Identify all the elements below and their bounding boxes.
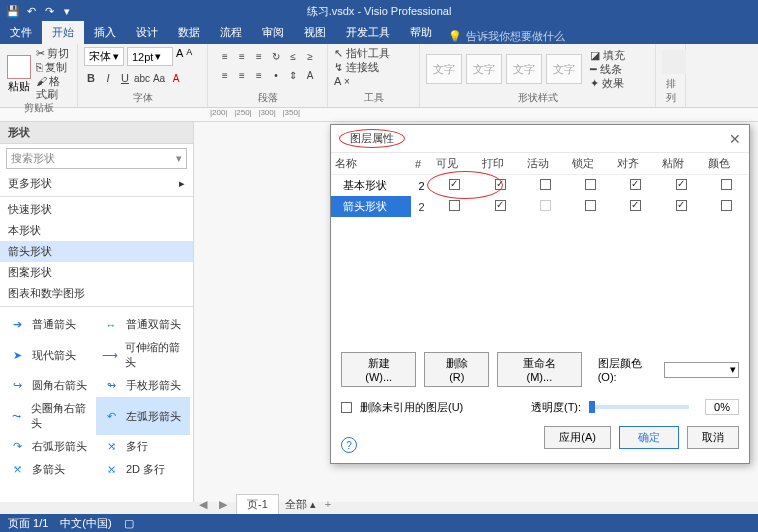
shape-item[interactable]: ↔普通双箭头 bbox=[96, 313, 190, 336]
table-row[interactable]: 基本形状 2 bbox=[331, 175, 749, 197]
font-family-select[interactable]: 宋体 ▾ bbox=[84, 47, 124, 66]
checkbox-color[interactable] bbox=[721, 179, 732, 190]
copy-button[interactable]: ⎘ 复制 bbox=[36, 61, 71, 74]
col-count[interactable]: # bbox=[411, 153, 432, 175]
connector-tool[interactable]: ↯ 连接线 bbox=[334, 61, 379, 74]
align-top-icon[interactable]: ≡ bbox=[218, 49, 232, 63]
checkbox-snap[interactable] bbox=[630, 179, 641, 190]
pointer-tool[interactable]: ↖ 指针工具 bbox=[334, 47, 390, 60]
format-painter-button[interactable]: 🖌 格式刷 bbox=[36, 75, 71, 101]
col-active[interactable]: 活动 bbox=[523, 153, 568, 175]
checkbox-glue[interactable] bbox=[676, 179, 687, 190]
align-right-icon[interactable]: ≡ bbox=[252, 68, 266, 82]
cancel-button[interactable]: 取消 bbox=[687, 426, 739, 449]
close-icon[interactable]: ✕ bbox=[729, 131, 741, 147]
cat-math[interactable]: 图表和数学图形 bbox=[0, 283, 193, 304]
shape-item[interactable]: ↪圆角右箭头 bbox=[2, 374, 96, 397]
checkbox-print[interactable] bbox=[495, 200, 506, 211]
ok-button[interactable]: 确定 bbox=[619, 426, 679, 449]
col-color[interactable]: 颜色 bbox=[704, 153, 749, 175]
font-color-icon[interactable]: A bbox=[169, 71, 183, 85]
line-spacing-icon[interactable]: ⇕ bbox=[286, 68, 300, 82]
shape-item[interactable]: ⟶可伸缩的箭头 bbox=[96, 336, 190, 374]
undo-icon[interactable]: ↶ bbox=[24, 4, 38, 18]
checkbox-active[interactable] bbox=[540, 200, 551, 211]
style-preset-4[interactable]: 文字 bbox=[546, 54, 582, 84]
tab-view[interactable]: 视图 bbox=[294, 21, 336, 44]
checkbox-del-unused[interactable] bbox=[341, 402, 352, 413]
tab-data[interactable]: 数据 bbox=[168, 21, 210, 44]
shape-item[interactable]: ↬手枚形箭头 bbox=[96, 374, 190, 397]
checkbox-lock[interactable] bbox=[585, 179, 596, 190]
cat-arrow[interactable]: 箭头形状 bbox=[0, 241, 193, 262]
rename-layer-button[interactable]: 重命名(M)... bbox=[497, 352, 582, 387]
shape-item[interactable]: ➔普通箭头 bbox=[2, 313, 96, 336]
sheet-next-icon[interactable]: ▶ bbox=[216, 498, 230, 511]
checkbox-glue[interactable] bbox=[676, 200, 687, 211]
sheet-tab-1[interactable]: 页-1 bbox=[236, 494, 279, 514]
indent-left-icon[interactable]: ≤ bbox=[286, 49, 300, 63]
checkbox-active[interactable] bbox=[540, 179, 551, 190]
layer-color-select[interactable]: ▾ bbox=[664, 362, 739, 378]
col-glue[interactable]: 粘附 bbox=[658, 153, 703, 175]
cat-pattern[interactable]: 图案形状 bbox=[0, 262, 193, 283]
cat-more[interactable]: 更多形状▸ bbox=[0, 173, 193, 194]
shape-item[interactable]: ↶左弧形箭头 bbox=[96, 397, 190, 435]
align-bottom-icon[interactable]: ≡ bbox=[252, 49, 266, 63]
tab-design[interactable]: 设计 bbox=[126, 21, 168, 44]
bullets-icon[interactable]: • bbox=[269, 68, 283, 82]
transparency-slider[interactable] bbox=[589, 405, 689, 409]
apply-button[interactable]: 应用(A) bbox=[544, 426, 611, 449]
table-row[interactable]: 箭头形状 2 bbox=[331, 196, 749, 217]
tab-help[interactable]: 帮助 bbox=[400, 21, 442, 44]
sheet-prev-icon[interactable]: ◀ bbox=[196, 498, 210, 511]
text-block-icon[interactable]: A bbox=[303, 68, 317, 82]
indent-right-icon[interactable]: ≥ bbox=[303, 49, 317, 63]
help-icon[interactable]: ? bbox=[341, 437, 357, 453]
checkbox-color[interactable] bbox=[721, 200, 732, 211]
orientation-icon[interactable]: ↻ bbox=[269, 49, 283, 63]
save-icon[interactable]: 💾 bbox=[6, 4, 20, 18]
cat-quick[interactable]: 快速形状 bbox=[0, 199, 193, 220]
align-middle-icon[interactable]: ≡ bbox=[235, 49, 249, 63]
shapes-search[interactable]: 搜索形状 ▾ bbox=[6, 148, 187, 169]
line-button[interactable]: ━ 线条 bbox=[590, 63, 625, 76]
underline-icon[interactable]: U bbox=[118, 71, 132, 85]
style-preset-1[interactable]: 文字 bbox=[426, 54, 462, 84]
sheet-add-icon[interactable]: + bbox=[322, 498, 334, 510]
shape-item[interactable]: ⤳尖圈角右箭头 bbox=[2, 397, 96, 435]
tab-home[interactable]: 开始 bbox=[42, 21, 84, 44]
style-preset-2[interactable]: 文字 bbox=[466, 54, 502, 84]
tab-review[interactable]: 审阅 bbox=[252, 21, 294, 44]
shape-item[interactable]: ➤现代箭头 bbox=[2, 336, 96, 374]
new-layer-button[interactable]: 新建(W)... bbox=[341, 352, 416, 387]
shape-item[interactable]: ⤩2D 多行 bbox=[96, 458, 190, 481]
checkbox-visible[interactable] bbox=[449, 200, 460, 211]
shrink-font-icon[interactable]: A bbox=[186, 47, 192, 66]
paste-button[interactable]: 粘贴 bbox=[6, 55, 32, 94]
arrange-button[interactable] bbox=[662, 50, 686, 74]
grow-font-icon[interactable]: A bbox=[176, 47, 183, 66]
col-lock[interactable]: 锁定 bbox=[568, 153, 613, 175]
align-center-icon[interactable]: ≡ bbox=[235, 68, 249, 82]
sheet-all[interactable]: 全部 ▴ bbox=[285, 497, 316, 512]
shape-item[interactable]: ↷右弧形箭头 bbox=[2, 435, 96, 458]
redo-icon[interactable]: ↷ bbox=[42, 4, 56, 18]
strike-icon[interactable]: abc bbox=[135, 71, 149, 85]
checkbox-lock[interactable] bbox=[585, 200, 596, 211]
col-name[interactable]: 名称 bbox=[331, 153, 411, 175]
cut-button[interactable]: ✂ 剪切 bbox=[36, 47, 71, 60]
font-size-select[interactable]: 12pt ▾ bbox=[127, 47, 173, 66]
tab-process[interactable]: 流程 bbox=[210, 21, 252, 44]
col-print[interactable]: 打印 bbox=[478, 153, 523, 175]
tab-insert[interactable]: 插入 bbox=[84, 21, 126, 44]
align-left-icon[interactable]: ≡ bbox=[218, 68, 232, 82]
italic-icon[interactable]: I bbox=[101, 71, 115, 85]
text-tool[interactable]: A × bbox=[334, 75, 350, 88]
tell-me[interactable]: 💡 告诉我你想要做什么 bbox=[442, 29, 565, 44]
effect-button[interactable]: ✦ 效果 bbox=[590, 77, 625, 90]
col-snap[interactable]: 对齐 bbox=[613, 153, 658, 175]
delete-layer-button[interactable]: 删除(R) bbox=[424, 352, 489, 387]
tab-developer[interactable]: 开发工具 bbox=[336, 21, 400, 44]
style-preset-3[interactable]: 文字 bbox=[506, 54, 542, 84]
